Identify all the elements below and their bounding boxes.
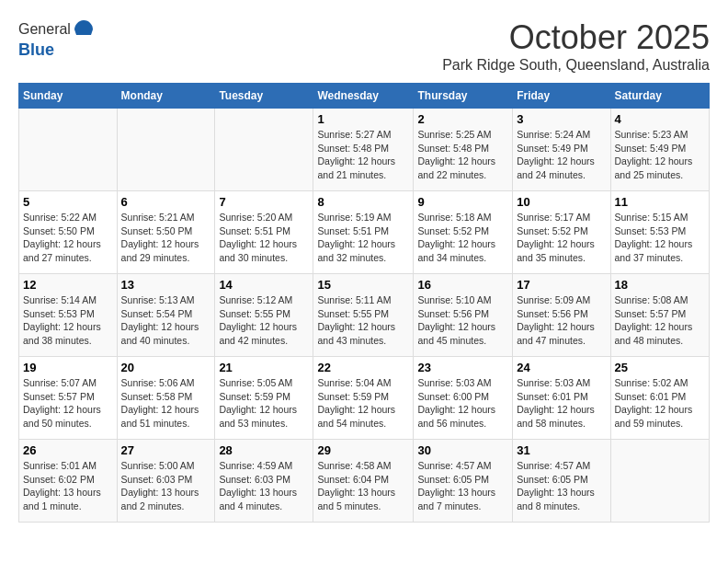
table-row: 15Sunrise: 5:11 AMSunset: 5:55 PMDayligh…	[313, 274, 414, 357]
table-row	[610, 440, 709, 523]
day-info-line: Daylight: 12 hours and 42 minutes.	[219, 320, 309, 347]
day-number: 3	[517, 112, 606, 126]
day-info: Sunrise: 5:10 AMSunset: 5:56 PMDaylight:…	[417, 293, 508, 348]
day-number: 10	[517, 195, 606, 209]
day-number: 27	[121, 443, 211, 457]
day-info: Sunrise: 5:07 AMSunset: 5:57 PMDaylight:…	[23, 376, 113, 431]
day-info: Sunrise: 4:57 AMSunset: 6:05 PMDaylight:…	[417, 459, 508, 513]
day-info-line: Sunrise: 5:24 AM	[517, 128, 606, 142]
day-info-line: Daylight: 12 hours and 30 minutes.	[219, 237, 309, 264]
day-info-line: Daylight: 12 hours and 37 minutes.	[615, 237, 705, 264]
day-info-line: Sunset: 6:01 PM	[615, 390, 705, 404]
header-tuesday: Tuesday	[215, 84, 313, 109]
day-info-line: Sunset: 5:52 PM	[517, 224, 606, 238]
week-row-3: 19Sunrise: 5:07 AMSunset: 5:57 PMDayligh…	[19, 357, 710, 440]
day-number: 11	[615, 195, 705, 209]
day-info-line: Sunset: 6:00 PM	[417, 390, 508, 404]
title-section: October 2025 Park Ridge South, Queenslan…	[442, 18, 710, 74]
day-info-line: Sunrise: 5:22 AM	[23, 211, 113, 224]
day-info-line: Sunset: 5:53 PM	[615, 224, 705, 238]
day-number: 20	[121, 361, 211, 374]
header-wednesday: Wednesday	[313, 84, 414, 109]
table-row: 11Sunrise: 5:15 AMSunset: 5:53 PMDayligh…	[610, 191, 709, 274]
day-number: 25	[615, 361, 705, 374]
day-info-line: Daylight: 12 hours and 24 minutes.	[517, 155, 606, 181]
day-info-line: Daylight: 12 hours and 45 minutes.	[417, 320, 508, 347]
day-info-line: Daylight: 12 hours and 29 minutes.	[121, 237, 211, 264]
day-info-line: Sunset: 5:56 PM	[417, 307, 508, 321]
day-info-line: Sunrise: 5:08 AM	[615, 293, 705, 307]
day-info: Sunrise: 5:19 AMSunset: 5:51 PMDaylight:…	[317, 211, 409, 265]
day-info: Sunrise: 5:13 AMSunset: 5:54 PMDaylight:…	[121, 293, 211, 348]
day-info-line: Daylight: 12 hours and 40 minutes.	[121, 320, 211, 347]
day-info-line: Daylight: 12 hours and 35 minutes.	[517, 237, 606, 264]
day-info-line: Sunset: 5:54 PM	[121, 307, 211, 321]
day-info: Sunrise: 5:23 AMSunset: 5:49 PMDaylight:…	[615, 128, 705, 182]
day-number: 2	[417, 112, 508, 126]
day-info-line: Sunset: 5:51 PM	[317, 224, 409, 238]
table-row: 26Sunrise: 5:01 AMSunset: 6:02 PMDayligh…	[19, 440, 118, 523]
day-info-line: Daylight: 12 hours and 53 minutes.	[219, 403, 309, 430]
table-row: 7Sunrise: 5:20 AMSunset: 5:51 PMDaylight…	[215, 191, 313, 274]
day-info: Sunrise: 5:09 AMSunset: 5:56 PMDaylight:…	[517, 293, 606, 348]
day-info-line: Sunset: 5:59 PM	[317, 390, 409, 404]
day-info-line: Daylight: 12 hours and 51 minutes.	[121, 403, 211, 430]
day-info-line: Sunset: 5:48 PM	[317, 142, 409, 155]
day-info: Sunrise: 5:27 AMSunset: 5:48 PMDaylight:…	[317, 128, 409, 182]
day-info: Sunrise: 4:58 AMSunset: 6:04 PMDaylight:…	[317, 459, 409, 513]
day-number: 21	[219, 361, 309, 374]
header-sunday: Sunday	[19, 84, 118, 109]
day-info-line: Sunset: 5:49 PM	[615, 142, 705, 155]
day-info: Sunrise: 5:08 AMSunset: 5:57 PMDaylight:…	[615, 293, 705, 348]
day-info-line: Sunset: 6:03 PM	[219, 473, 309, 487]
day-info: Sunrise: 5:24 AMSunset: 5:49 PMDaylight:…	[517, 128, 606, 182]
table-row: 5Sunrise: 5:22 AMSunset: 5:50 PMDaylight…	[19, 191, 118, 274]
day-info-line: Sunrise: 4:59 AM	[219, 459, 309, 473]
week-row-4: 26Sunrise: 5:01 AMSunset: 6:02 PMDayligh…	[19, 440, 710, 523]
day-info-line: Sunrise: 5:20 AM	[219, 211, 309, 224]
day-info-line: Sunrise: 5:25 AM	[417, 128, 508, 142]
day-number: 7	[219, 195, 309, 209]
day-info-line: Sunrise: 5:02 AM	[615, 376, 705, 390]
header-monday: Monday	[117, 84, 215, 109]
logo-icon	[73, 18, 95, 40]
day-info-line: Sunrise: 5:05 AM	[219, 376, 309, 390]
day-number: 17	[517, 278, 606, 292]
day-info-line: Daylight: 12 hours and 54 minutes.	[317, 403, 409, 430]
day-info-line: Daylight: 12 hours and 48 minutes.	[615, 320, 705, 347]
day-info-line: Sunrise: 5:12 AM	[219, 293, 309, 307]
day-info-line: Daylight: 13 hours and 4 minutes.	[219, 486, 309, 512]
table-row	[117, 109, 215, 191]
day-info-line: Sunset: 5:57 PM	[615, 307, 705, 321]
day-info-line: Daylight: 13 hours and 1 minute.	[23, 486, 113, 512]
day-info: Sunrise: 5:18 AMSunset: 5:52 PMDaylight:…	[417, 211, 508, 265]
day-info-line: Sunrise: 5:18 AM	[417, 211, 508, 224]
calendar-body: 1Sunrise: 5:27 AMSunset: 5:48 PMDaylight…	[19, 109, 710, 523]
day-info-line: Daylight: 12 hours and 56 minutes.	[417, 403, 508, 430]
day-info-line: Sunrise: 5:17 AM	[517, 211, 606, 224]
day-info-line: Daylight: 12 hours and 43 minutes.	[317, 320, 409, 347]
day-number: 22	[317, 361, 409, 374]
day-info-line: Daylight: 12 hours and 27 minutes.	[23, 237, 113, 264]
day-info-line: Sunset: 6:05 PM	[417, 473, 508, 487]
day-info-line: Sunset: 6:04 PM	[317, 473, 409, 487]
day-info: Sunrise: 5:02 AMSunset: 6:01 PMDaylight:…	[615, 376, 705, 431]
table-row: 20Sunrise: 5:06 AMSunset: 5:58 PMDayligh…	[117, 357, 215, 440]
day-info: Sunrise: 5:21 AMSunset: 5:50 PMDaylight:…	[121, 211, 211, 265]
day-info-line: Daylight: 12 hours and 59 minutes.	[615, 403, 705, 430]
day-number: 1	[317, 112, 409, 126]
day-info: Sunrise: 5:15 AMSunset: 5:53 PMDaylight:…	[615, 211, 705, 265]
day-number: 14	[219, 278, 309, 292]
day-number: 30	[417, 443, 508, 457]
day-info-line: Sunrise: 5:10 AM	[417, 293, 508, 307]
day-info-line: Sunrise: 5:00 AM	[121, 459, 211, 473]
day-info-line: Sunset: 6:05 PM	[517, 473, 606, 487]
day-info-line: Sunset: 5:56 PM	[517, 307, 606, 321]
table-row	[19, 109, 118, 191]
week-row-0: 1Sunrise: 5:27 AMSunset: 5:48 PMDaylight…	[19, 109, 710, 191]
week-row-1: 5Sunrise: 5:22 AMSunset: 5:50 PMDaylight…	[19, 191, 710, 274]
day-info-line: Daylight: 12 hours and 47 minutes.	[517, 320, 606, 347]
day-info: Sunrise: 5:25 AMSunset: 5:48 PMDaylight:…	[417, 128, 508, 182]
day-info-line: Sunset: 5:53 PM	[23, 307, 113, 321]
calendar-table: SundayMondayTuesdayWednesdayThursdayFrid…	[18, 83, 710, 523]
